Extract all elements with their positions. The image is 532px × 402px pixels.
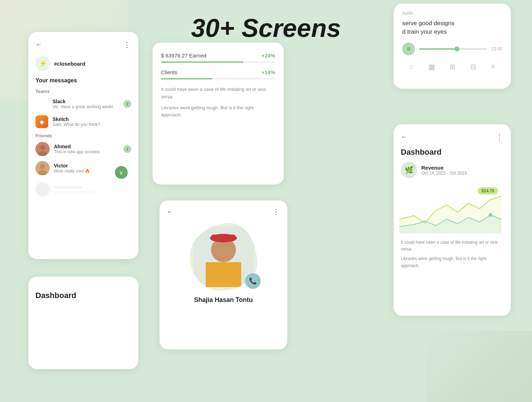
list-item[interactable]: Ahmed This is new app screens 2 [35, 142, 131, 156]
play-pause-button[interactable]: ⏸ [402, 43, 415, 55]
clients-value: +14% [261, 69, 275, 75]
back-button[interactable]: ← [35, 41, 42, 49]
svg-point-1 [40, 145, 45, 150]
svg-rect-12 [211, 235, 236, 241]
clients-bar [161, 78, 212, 79]
sketch-avatar: ◆ [35, 115, 48, 128]
slack-avatar [35, 98, 48, 110]
contact-name: Ahmed [54, 144, 119, 149]
teams-label: Teams [35, 89, 131, 94]
channel-icon: ⚡ [35, 56, 50, 71]
svg-point-13 [489, 213, 492, 217]
profile-menu-button[interactable]: ⋮ [272, 208, 280, 216]
earned-bar [161, 61, 243, 63]
dash-menu-button[interactable]: ⋮ [496, 133, 504, 141]
revenue-chart: $14.70 [399, 184, 505, 233]
channel-name: #closeboard [54, 61, 85, 67]
audio-nav: ⌂ ▦ ⊞ ⊟ ≡ [402, 62, 502, 71]
contact-name: Sketch [52, 116, 131, 122]
list-item [35, 182, 131, 197]
revenue-icon: 🌿 [401, 162, 417, 178]
victor-avatar [35, 161, 50, 175]
dashboard-description: It could have been a case of life imitat… [401, 239, 504, 269]
earned-value: +24% [261, 53, 275, 59]
profile-back-button[interactable]: ← [167, 208, 173, 216]
progress-fill [419, 48, 457, 50]
messages-section-title: Your messages [35, 77, 131, 84]
list-item[interactable]: Slack Vic: Have a great working week! 2 [35, 98, 131, 110]
svg-rect-10 [206, 262, 241, 287]
revenue-label: Revenue [421, 165, 467, 171]
friends-label: Friends [35, 133, 131, 138]
stats-description: It could have been a case of life imitat… [161, 86, 275, 119]
map-icon[interactable]: ⊞ [450, 62, 456, 71]
list-item[interactable]: ◆ Sketch Sam: What do you think? [35, 115, 131, 128]
clients-label: Clients [161, 69, 177, 75]
audio-title: serve good designsd train your eyes [402, 19, 502, 36]
progress-thumb [454, 46, 459, 51]
ahmed-avatar [35, 142, 50, 156]
unread-badge: 2 [123, 100, 131, 108]
home-icon[interactable]: ⌂ [410, 62, 414, 71]
audio-time: 23:45 [492, 46, 502, 51]
stats-card: $ 63976.27 Earned +24% Clients +14% It c… [153, 43, 284, 185]
call-button[interactable]: 📞 [245, 273, 261, 289]
trash-icon[interactable]: ⊟ [470, 62, 476, 71]
svg-point-4 [40, 164, 45, 169]
dash-back-button[interactable]: ← [401, 133, 407, 141]
bottom-left-card: Dashboard [28, 277, 138, 369]
blurred-avatar [35, 182, 50, 197]
calendar-icon[interactable]: ▦ [428, 62, 435, 71]
audio-section-label: Audio [402, 11, 502, 16]
menu-button[interactable]: ⋮ [123, 40, 131, 49]
unread-badge: 2 [123, 145, 131, 153]
chevron-down-button[interactable]: ∨ [115, 166, 128, 179]
revenue-date: Oct 14, 2022 - Oct 2023 [421, 171, 467, 176]
price-tag: $14.70 [478, 187, 498, 194]
message-preview: Vic: Have a great working week! [52, 104, 119, 109]
profile-card: ← ⋮ 📞 Shajia Hasan Tontu [160, 200, 287, 349]
dashboard-title: Dashboard [401, 148, 504, 157]
profile-name: Shajia Hasan Tontu [167, 296, 280, 304]
layers-icon[interactable]: ≡ [491, 62, 495, 71]
message-preview: This is new app screens [54, 149, 119, 154]
hero-title: 30+ Screens [191, 13, 341, 43]
dashboard-card: ← ⋮ Dashboard 🌿 Revenue Oct 14, 2022 - O… [394, 124, 511, 316]
message-preview: Sam: What do you think? [52, 122, 131, 127]
audio-progress[interactable] [419, 48, 487, 50]
list-item[interactable]: Victor Wow really cool 🔥 ∨ [35, 161, 131, 175]
audio-card: Audio serve good designsd train your eye… [394, 4, 511, 89]
bottom-dashboard-title: Dashboard [35, 291, 131, 300]
messages-card: ← ⋮ ⚡ #closeboard Your messages Teams Sl… [28, 32, 138, 259]
earned-label: $ 63976.27 Earned [161, 53, 206, 59]
bg-corner-br [426, 331, 532, 402]
contact-name: Slack [52, 99, 119, 104]
